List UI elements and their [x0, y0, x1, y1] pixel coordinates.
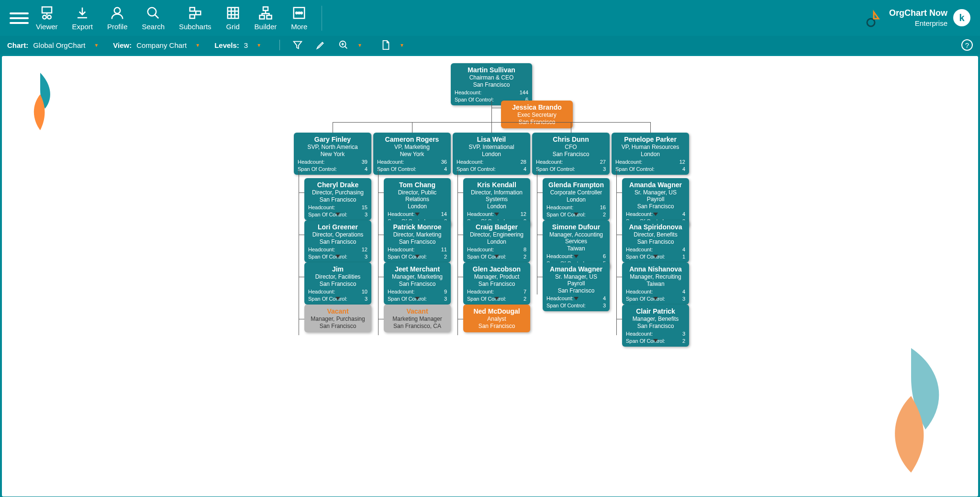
node-title: Manager, Accounting Services — [546, 231, 606, 245]
headcount-value: 39 — [362, 159, 368, 165]
node-name: Kris Kendall — [467, 181, 526, 189]
node-title: Marketing Manager — [388, 316, 447, 322]
user-avatar[interactable]: k — [953, 9, 970, 26]
grid-button[interactable]: Grid — [226, 6, 240, 31]
help-icon[interactable]: ? — [961, 39, 973, 51]
filter-icon[interactable] — [292, 40, 303, 50]
svg-point-4 — [148, 7, 156, 16]
node-location: San Francisco — [626, 323, 685, 329]
export-icon — [75, 6, 89, 20]
soc-value: 3 — [365, 254, 368, 260]
levels-dropdown[interactable]: 3 — [244, 41, 248, 49]
headcount-value: 144 — [520, 90, 528, 95]
headcount-value: 10 — [362, 289, 368, 294]
org-node[interactable]: VacantManager, PurchasingSan Francisco — [304, 305, 371, 332]
watermark-logo-right — [863, 343, 959, 477]
svg-point-16 — [867, 19, 875, 26]
chevron-down-icon[interactable]: ▼ — [256, 43, 261, 48]
connector-line — [491, 108, 501, 108]
export-label: Export — [72, 23, 93, 31]
soc-value: 4 — [682, 166, 685, 172]
node-location: Taiwan — [546, 245, 606, 252]
document-icon[interactable] — [380, 40, 391, 50]
org-node[interactable]: Chris DunnCFOSan FranciscoHeadcount:27Sp… — [532, 133, 610, 175]
headcount-value: 16 — [600, 204, 606, 210]
grid-icon — [226, 6, 240, 20]
node-location: San Francisco — [467, 281, 526, 287]
subcharts-button[interactable]: Subcharts — [179, 6, 212, 31]
svg-point-3 — [114, 7, 121, 13]
org-node[interactable]: Jessica BrandoExec SecretarySan Francisc… — [501, 101, 573, 128]
org-node[interactable]: Martin SullivanChairman & CEOSan Francis… — [451, 63, 532, 105]
node-location: San Francisco — [308, 238, 368, 245]
org-node[interactable]: Simone DufourManager, Accounting Service… — [543, 220, 610, 269]
headcount-label: Headcount: — [626, 247, 653, 252]
chevron-down-icon[interactable]: ▼ — [195, 43, 200, 48]
org-node[interactable]: Gary FinleySVP, North AmericaNew YorkHea… — [294, 133, 371, 175]
node-name: Vacant — [388, 307, 447, 315]
org-node[interactable]: Amanda WagnerSr. Manager, US PayrollSan … — [622, 178, 689, 227]
zoom-icon[interactable] — [338, 40, 349, 50]
search-icon — [146, 6, 160, 20]
node-title: Director, Benefits — [626, 231, 685, 238]
view-dropdown[interactable]: Company Chart — [136, 41, 187, 49]
node-location: San Francisco, CA — [388, 323, 447, 329]
soc-label: Span Of Control: — [377, 166, 416, 172]
org-node[interactable]: Cameron RogersVP, MarketingNew YorkHeadc… — [373, 133, 451, 175]
arrow-icon — [574, 297, 579, 300]
node-location: Taiwan — [626, 281, 685, 287]
more-icon — [292, 6, 306, 20]
org-node[interactable]: Kris KendallDirector, Information System… — [463, 178, 530, 227]
soc-value: 2 — [682, 338, 685, 344]
org-node[interactable]: Tom ChangDirector, Public RelationsLondo… — [384, 178, 451, 227]
headcount-label: Headcount: — [467, 247, 494, 252]
chart-dropdown[interactable]: Global OrgChart — [33, 41, 85, 49]
viewer-label: Viewer — [36, 23, 58, 31]
builder-button[interactable]: Builder — [255, 6, 277, 31]
node-location: London — [388, 203, 447, 210]
chevron-down-icon[interactable]: ▼ — [357, 43, 362, 48]
export-button[interactable]: Export — [72, 6, 93, 31]
node-name: Martin Sullivan — [455, 66, 528, 74]
node-name: Simone Dufour — [546, 223, 606, 231]
node-title: SVP, North America — [298, 144, 368, 150]
node-title: Sr. Manager, US Payroll — [546, 273, 606, 287]
profile-button[interactable]: Profile — [107, 6, 128, 31]
highlight-icon[interactable] — [315, 40, 326, 50]
chevron-down-icon[interactable]: ▼ — [400, 43, 404, 48]
more-button[interactable]: More — [291, 6, 307, 31]
more-label: More — [291, 23, 307, 31]
headcount-value: 6 — [603, 253, 606, 259]
node-title: Director, Operations — [308, 231, 368, 238]
brand-area: OrgChart Now Enterprise k — [864, 8, 970, 28]
builder-label: Builder — [255, 23, 277, 31]
org-node[interactable]: Penelope ParkerVP, Human ResourcesLondon… — [612, 133, 689, 175]
headcount-value: 4 — [682, 289, 685, 294]
node-name: Cheryl Drake — [308, 181, 368, 189]
hamburger-icon[interactable] — [10, 9, 29, 28]
connector-line — [412, 122, 412, 133]
org-node[interactable]: Amanda WagnerSr. Manager, US PayrollSan … — [543, 262, 610, 311]
arrow-icon — [494, 213, 499, 216]
connector-line — [571, 122, 571, 133]
viewer-button[interactable]: Viewer — [36, 6, 58, 31]
connector-line — [333, 122, 333, 133]
node-title: Corporate Controller — [546, 189, 606, 196]
connector-line — [650, 122, 651, 133]
org-node[interactable]: VacantMarketing ManagerSan Francisco, CA — [384, 305, 451, 332]
node-location: San Francisco — [536, 151, 606, 158]
headcount-label: Headcount: — [626, 289, 653, 294]
headcount-label: Headcount: — [298, 159, 324, 165]
chevron-down-icon[interactable]: ▼ — [94, 43, 99, 48]
watermark-logo-left — [21, 70, 59, 133]
connector-line — [299, 170, 299, 335]
search-button[interactable]: Search — [142, 6, 165, 31]
connector-line — [616, 170, 617, 335]
org-node[interactable]: Ned McDougalAnalystSan Francisco — [463, 305, 530, 332]
svg-rect-8 — [227, 7, 238, 18]
connector-line — [378, 170, 379, 335]
org-node[interactable]: Lisa WeilSVP, InternationalLondonHeadcou… — [453, 133, 530, 175]
headcount-value: 9 — [444, 289, 447, 294]
node-name: Penelope Parker — [615, 136, 685, 143]
node-name: Craig Badger — [467, 223, 526, 231]
